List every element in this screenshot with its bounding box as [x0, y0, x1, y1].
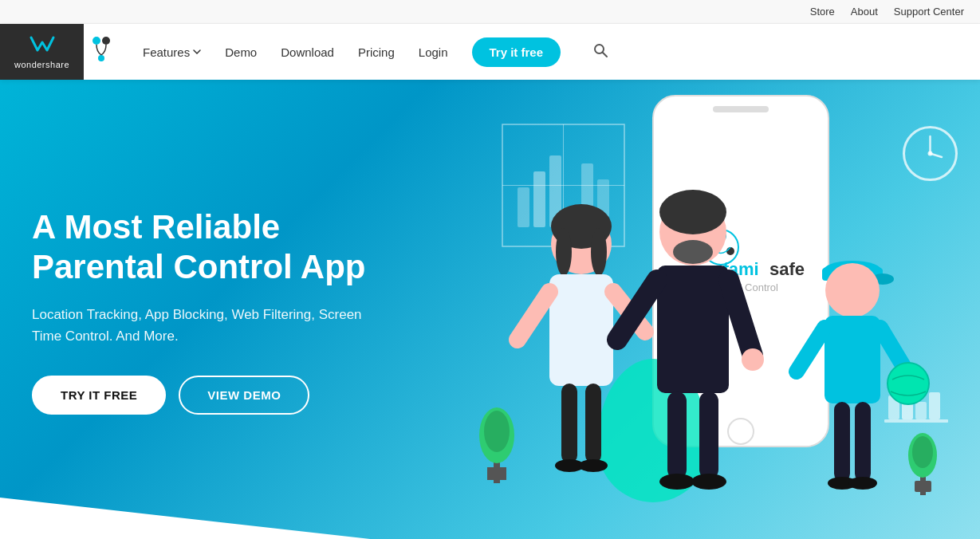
view-demo-button[interactable]: VIEW DEMO [179, 376, 309, 415]
svg-line-5 [603, 52, 608, 57]
svg-rect-51 [667, 391, 687, 479]
svg-point-1 [102, 37, 110, 45]
svg-line-38 [518, 292, 549, 340]
bottom-diagonal [0, 431, 399, 539]
svg-rect-24 [713, 106, 769, 112]
login-link[interactable]: Login [419, 45, 448, 59]
svg-rect-59 [825, 316, 880, 403]
svg-point-45 [659, 190, 726, 234]
svg-point-50 [742, 348, 764, 371]
svg-line-60 [797, 328, 825, 372]
hero-title: A Most Reliable Parental Control App [32, 207, 383, 288]
hero-buttons: TRY IT FREE VIEW DEMO [32, 376, 383, 415]
about-link[interactable]: About [851, 6, 878, 18]
svg-point-66 [848, 477, 877, 490]
svg-point-74 [912, 436, 933, 468]
svg-rect-68 [487, 467, 506, 480]
svg-point-58 [825, 263, 880, 317]
search-icon[interactable] [592, 42, 608, 62]
svg-point-46 [673, 240, 713, 264]
svg-line-61 [880, 328, 904, 368]
pricing-link[interactable]: Pricing [358, 45, 395, 59]
download-link[interactable]: Download [281, 45, 334, 59]
brand-text: wondershare [14, 60, 69, 69]
demo-link[interactable]: Demo [225, 45, 257, 59]
features-link[interactable]: Features [143, 45, 201, 59]
svg-rect-64 [855, 402, 871, 482]
hero-content: A Most Reliable Parental Control App Loc… [0, 175, 415, 447]
try-free-button[interactable]: TRY IT FREE [32, 376, 166, 415]
svg-point-62 [888, 363, 929, 404]
wondershare-icon [28, 34, 57, 57]
svg-point-54 [691, 474, 726, 490]
svg-point-17 [928, 151, 933, 156]
main-nav: wondershare Features Demo Download Prici… [0, 24, 980, 80]
top-bar: Store About Support Center [0, 0, 980, 24]
nav-links: Features Demo Download Pricing Login Try… [143, 37, 964, 67]
svg-rect-72 [915, 481, 931, 492]
hero-section: A Most Reliable Parental Control App Loc… [0, 80, 980, 539]
svg-rect-63 [834, 402, 850, 482]
svg-point-70 [484, 411, 510, 452]
chevron-down-icon [193, 49, 201, 54]
store-link[interactable]: Store [810, 6, 835, 18]
try-free-nav-button[interactable]: Try it free [472, 37, 561, 67]
famisafe-icon [84, 34, 119, 69]
svg-rect-37 [549, 274, 613, 386]
famisafe-logo-area[interactable] [84, 34, 119, 69]
support-center-link[interactable]: Support Center [894, 6, 964, 18]
people-illustration [446, 156, 940, 539]
svg-point-0 [92, 37, 100, 45]
wondershare-logo[interactable]: wondershare [0, 24, 84, 80]
svg-rect-47 [657, 266, 729, 393]
svg-point-35 [556, 228, 572, 276]
svg-rect-52 [699, 391, 718, 479]
svg-point-36 [591, 228, 607, 276]
svg-line-49 [729, 280, 753, 356]
svg-point-43 [579, 459, 608, 472]
hero-subtitle: Location Tracking, App Blocking, Web Fil… [32, 304, 383, 347]
svg-rect-40 [561, 384, 577, 463]
svg-point-53 [659, 474, 695, 490]
svg-rect-41 [585, 384, 601, 463]
hero-illustration: fami safe Parental Control [406, 80, 980, 539]
